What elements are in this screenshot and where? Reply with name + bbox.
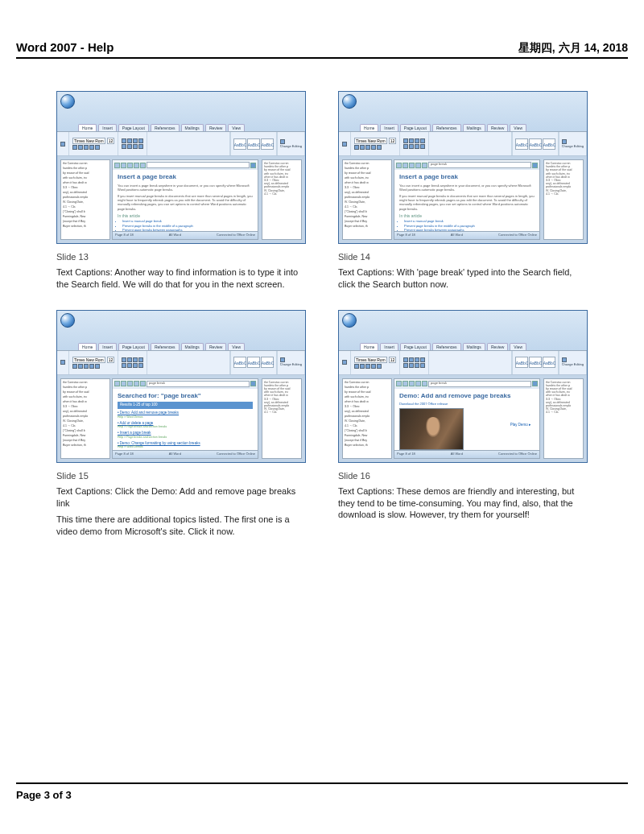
- document-body-right: the Comstoc currenhamlets the other pby …: [543, 378, 584, 459]
- document-body: the Comstoc currenhamlets the other pby …: [60, 159, 110, 240]
- document-body: the Comstoc currenhamlets the other pby …: [60, 378, 110, 459]
- search-result: • Demo: Change formatting by using secti…: [118, 441, 253, 449]
- document-body-right: the Comstoc currenhamlets the other pby …: [262, 159, 302, 240]
- slide-label: Slide 16: [338, 471, 588, 481]
- ribbon-body: Times New Rom12 AaBbCAaBbCAaBbC Change E…: [57, 351, 305, 375]
- ribbon-body: Times New Rom12 AaBbCAaBbCAaBbC Change E…: [339, 132, 587, 156]
- doc-date: 星期四, 六月 14, 2018: [518, 41, 628, 56]
- ribbon-tabs: HomeInsertPage LayoutReferencesMailingsR…: [339, 124, 526, 131]
- help-pane: Insert a page break You can insert a pag…: [112, 159, 258, 240]
- demo-video-thumb: [399, 408, 464, 449]
- slide-thumbnail: HomeInsertPage LayoutReferencesMailingsR…: [56, 310, 306, 463]
- demo-title: Demo: Add and remove page breaks: [399, 392, 535, 400]
- ribbon-tabs: HomeInsertPage LayoutReferencesMailingsR…: [57, 343, 245, 350]
- office-orb-icon: [60, 313, 75, 328]
- document-body-right: the Comstoc currenhamlets the other pby …: [543, 159, 584, 240]
- search-icon: [532, 381, 538, 386]
- search-result: • Demo: Add and remove page breaks Help …: [118, 411, 253, 419]
- help-article-title: Insert a page break: [118, 173, 253, 181]
- slide-label: Slide 14: [338, 252, 588, 262]
- slide: HomeInsertPage LayoutReferencesMailingsR…: [56, 310, 306, 538]
- slide: HomeInsertPage LayoutReferencesMailingsR…: [56, 91, 306, 291]
- help-article-title: Insert a page break: [399, 173, 535, 181]
- slide-thumbnail: HomeInsertPage LayoutReferencesMailingsR…: [338, 310, 588, 463]
- document-body: the Comstoc currenhamlets the other pby …: [342, 159, 392, 240]
- help-toolbar: [113, 160, 258, 170]
- document-body-right: the Comstoc currenhamlets the other pby …: [262, 378, 302, 459]
- slide-thumbnail: HomeInsertPage LayoutReferencesMailingsR…: [56, 91, 306, 244]
- help-search-input: [147, 162, 250, 168]
- slide-caption-extra: This time there are additional topics li…: [56, 514, 306, 538]
- slide-label: Slide 15: [56, 471, 306, 481]
- help-search-input: page break: [147, 381, 250, 387]
- slide: HomeInsertPage LayoutReferencesMailingsR…: [338, 91, 588, 291]
- slide-caption: Text Captions: These demos are friendly …: [338, 485, 588, 522]
- search-icon: [250, 163, 256, 168]
- ribbon-body: Times New Rom12 AaBbCAaBbCAaBbC Change E…: [339, 351, 587, 375]
- search-icon: [532, 163, 538, 168]
- help-search-title: Searched for: "page break": [118, 392, 253, 400]
- help-toolbar: page break: [113, 379, 258, 389]
- results-count-bar: Results 1-25 of top 100: [118, 402, 253, 409]
- slide-thumbnail: HomeInsertPage LayoutReferencesMailingsR…: [338, 91, 588, 244]
- office-orb-icon: [342, 94, 357, 109]
- document-body: the Comstoc currenhamlets the other pby …: [342, 378, 392, 459]
- slide: HomeInsertPage LayoutReferencesMailingsR…: [338, 310, 588, 538]
- ribbon-body: Times New Rom12 AaBbCAaBbCAaBbC Change E…: [57, 132, 305, 156]
- slide-caption: Text Captions: Another way to find infor…: [56, 266, 306, 291]
- help-search-input: page break: [428, 162, 531, 168]
- play-demo-link: Play Demo ▸: [510, 423, 531, 427]
- help-search-input: page break: [428, 381, 531, 387]
- ribbon-tabs: HomeInsertPage LayoutReferencesMailingsR…: [339, 343, 526, 350]
- slide-caption: Text Captions: With 'page break' typed i…: [338, 266, 588, 291]
- help-pane: page break Insert a page break You can i…: [394, 159, 540, 240]
- search-icon: [250, 381, 256, 386]
- help-pane: page break Searched for: "page break" Re…: [112, 378, 258, 459]
- slide-label: Slide 13: [56, 252, 306, 262]
- page-number: Page 3 of 3: [16, 789, 72, 801]
- doc-title: Word 2007 - Help: [16, 40, 114, 54]
- slide-grid: HomeInsertPage LayoutReferencesMailingsR…: [16, 91, 628, 538]
- help-toolbar: page break: [394, 379, 539, 389]
- office-orb-icon: [60, 94, 75, 109]
- help-pane: page break Demo: Add and remove page bre…: [394, 378, 540, 459]
- slide-caption: Text Captions: Click the Demo: Add and r…: [56, 485, 306, 510]
- help-toolbar: page break: [394, 160, 539, 170]
- page-footer: Page 3 of 3: [16, 782, 628, 802]
- search-result: • Add or delete a page Help > Page break…: [118, 421, 253, 429]
- page-header: Word 2007 - Help 星期四, 六月 14, 2018: [16, 40, 628, 59]
- ribbon-tabs: HomeInsertPage LayoutReferencesMailingsR…: [57, 124, 245, 131]
- search-result: • Insert a page break Help > Page breaks…: [118, 431, 253, 439]
- office-orb-icon: [342, 313, 357, 328]
